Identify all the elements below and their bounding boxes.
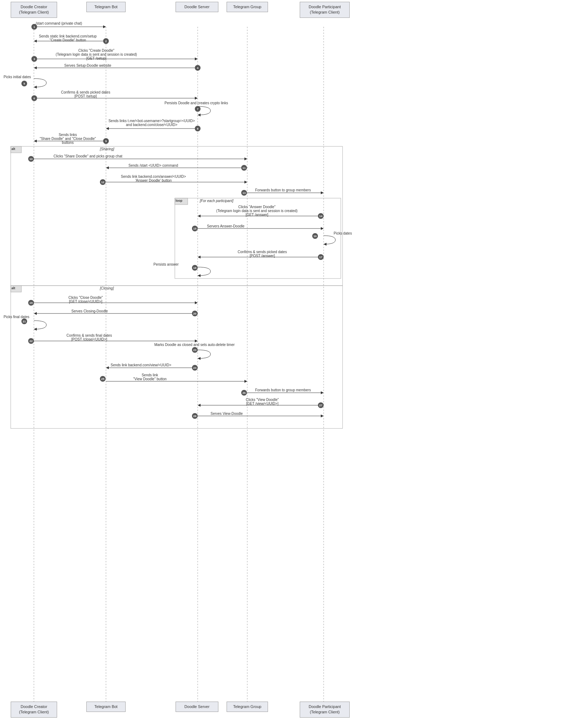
step-13: 13 [241, 190, 247, 196]
step-28: 28 [192, 413, 198, 419]
step-25: 25 [100, 376, 106, 382]
step-15: 15 [192, 226, 198, 231]
sequence-diagram: Doodle Creator (Telegram Client) Telegra… [0, 0, 562, 728]
msg-26-label: Forwards button to group members [255, 388, 311, 392]
alt2-frame-condition: [Closing] [100, 286, 114, 290]
msg-15-label: Servers Answer-Doodle [207, 224, 244, 228]
msg-21-label: Picks final dates [4, 315, 29, 319]
svg-marker-24 [106, 127, 109, 130]
alt-frame-condition: [Sharing] [100, 147, 114, 151]
msg-10-label: Clicks "Share Doodle" and picks group ch… [54, 154, 122, 158]
svg-marker-56 [321, 391, 324, 394]
msg-5-label: Picks initial dates [4, 75, 31, 79]
step-2: 2 [103, 38, 109, 44]
loop-frame-condition: [For each participant] [200, 199, 233, 203]
step-22: 22 [28, 338, 34, 344]
msg-12-label: Sends link backend.com/answer/<UUID>'Ans… [118, 175, 189, 182]
actor-server-top: Doodle Server [176, 2, 218, 12]
msg-27-label: Clicks "View Doodle"[GET /view/<UUID>] [214, 398, 310, 406]
svg-marker-42 [198, 274, 201, 277]
step-11: 11 [241, 165, 247, 171]
svg-marker-19 [34, 86, 37, 89]
msg-13-label: Forwards button to group members [255, 188, 311, 192]
svg-marker-18 [34, 66, 37, 69]
loop-frame-label: loop [176, 199, 182, 202]
msg-23-label: Marks Doodle as closed and sets auto-del… [143, 343, 246, 347]
msg-20-label: Serves Closing-Doodle [71, 309, 108, 313]
svg-marker-38 [321, 227, 324, 230]
msg-14-label: Clicks "Answer Doodle"(Telegram login da… [207, 205, 307, 217]
svg-marker-16 [195, 57, 198, 60]
msg-7-label: Persists Doodle and creates crypto links [150, 101, 243, 105]
msg-19-label: Clicks "Close Doodle"[GET /close/<UUID>] [50, 296, 121, 303]
step-9: 9 [103, 138, 109, 144]
msg-6-label: Confirms & sends picked dates[POST /setu… [50, 90, 121, 98]
msg-11-label: Sends /start <UUID> command [128, 164, 178, 167]
actor-group-top: Telegram Group [227, 2, 268, 12]
step-27: 27 [318, 402, 324, 408]
step-14: 14 [318, 213, 324, 219]
step-23: 23 [192, 347, 198, 353]
step-10: 10 [28, 156, 34, 162]
step-18: 18 [192, 265, 198, 271]
alt2-frame-label: alt [11, 286, 15, 290]
step-24: 24 [192, 365, 198, 371]
svg-marker-22 [198, 114, 201, 116]
step-12: 12 [100, 179, 106, 185]
actor-creator-bottom: Doodle Creator(Telegram Client) [11, 702, 57, 718]
msg-28-label: Serves View-Doodle [211, 412, 243, 416]
actor-bot-bottom: Telegram Bot [86, 702, 126, 712]
step-19: 19 [28, 300, 34, 306]
step-17: 17 [318, 254, 324, 260]
msg-17-label: Confirms & sends picked dates[POST /answ… [218, 250, 307, 258]
actor-bot-top: Telegram Bot [86, 2, 126, 12]
msg-25-label: Sends link"View Doodle" button [114, 373, 186, 381]
msg-4-label: Serves Setup-Doodle website [64, 64, 111, 67]
step-3: 3 [31, 56, 37, 62]
alt-frame-label: alt [11, 147, 15, 151]
step-5: 5 [21, 81, 27, 86]
msg-3-label: Clicks "Create Doodle"(Telegram login da… [46, 49, 146, 60]
svg-marker-44 [195, 301, 198, 304]
svg-marker-32 [244, 181, 247, 184]
svg-marker-49 [195, 340, 198, 342]
svg-marker-54 [244, 380, 247, 383]
svg-marker-36 [198, 215, 201, 217]
actor-group-bottom: Telegram Group [227, 702, 268, 712]
msg-9-label: Sends links"Share Doodle" and "Close Doo… [34, 133, 102, 145]
step-6: 6 [31, 95, 37, 101]
step-4: 4 [195, 65, 201, 71]
svg-marker-47 [34, 328, 37, 331]
step-21: 21 [21, 318, 27, 324]
actor-creator-top: Doodle Creator (Telegram Client) [11, 2, 57, 18]
svg-marker-50 [198, 357, 201, 360]
msg-1-label: /start command (private chat) [36, 21, 82, 25]
svg-marker-58 [198, 404, 201, 407]
msg-2-label: Sends static link backend.com/setup"Crea… [36, 34, 100, 42]
svg-marker-39 [324, 243, 326, 246]
svg-marker-28 [244, 157, 247, 160]
svg-marker-41 [198, 256, 201, 258]
msg-8-label: Sends links t.me/<bot-username>?startgro… [107, 119, 196, 127]
svg-rect-9 [11, 286, 343, 428]
step-20: 20 [192, 311, 198, 316]
step-26: 26 [241, 390, 247, 396]
actor-participant-bottom: Doodle Participant(Telegram Client) [300, 702, 350, 718]
svg-marker-21 [195, 97, 198, 100]
svg-marker-52 [106, 366, 109, 369]
actor-server-bottom: Doodle Server [176, 702, 218, 712]
svg-marker-60 [321, 415, 324, 417]
svg-marker-30 [106, 166, 109, 169]
svg-marker-46 [34, 312, 37, 315]
svg-marker-34 [321, 191, 324, 194]
msg-16-label: Picks dates [334, 231, 352, 235]
msg-22-label: Confirms & sends final dates[POST /close… [54, 333, 125, 341]
step-7: 7 [195, 106, 201, 112]
actor-participant-top: Doodle Participant(Telegram Client) [300, 2, 350, 18]
msg-24-label: Sends link backend.com/view/<UUID> [111, 363, 171, 367]
svg-marker-12 [103, 25, 106, 28]
msg-18-label: Persists answer [153, 262, 179, 266]
step-16: 16 [312, 233, 318, 239]
